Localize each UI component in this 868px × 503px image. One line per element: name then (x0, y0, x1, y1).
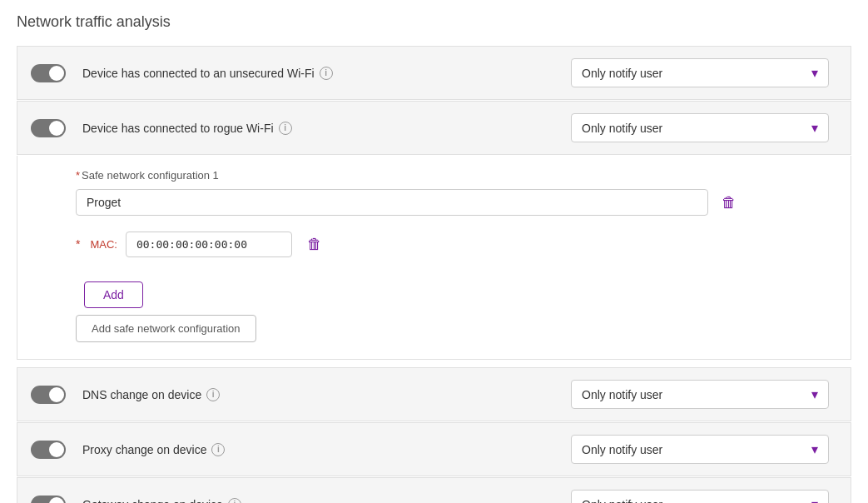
unsecured-wifi-row: Device has connected to an unsecured Wi-… (17, 46, 851, 100)
mac-input[interactable] (126, 232, 292, 257)
mac-label: MAC: (90, 238, 117, 251)
required-star: * (76, 169, 80, 182)
network-name-row: 🗑 (76, 188, 834, 217)
dns-change-info-icon[interactable]: i (206, 388, 220, 401)
gateway-change-row: Gateway change on device i Only notify u… (17, 477, 851, 503)
proxy-change-row: Proxy change on device i Only notify use… (17, 422, 851, 476)
trash-icon: 🗑 (307, 236, 322, 253)
proxy-change-label: Proxy change on device i (82, 443, 225, 456)
rogue-wifi-info-icon[interactable]: i (279, 122, 292, 135)
mac-row: * MAC: 🗑 (76, 230, 834, 258)
network-name-input[interactable] (76, 189, 708, 216)
gateway-change-info-icon[interactable]: i (228, 498, 241, 504)
rogue-wifi-label: Device has connected to rogue Wi-Fi i (82, 122, 292, 135)
unsecured-wifi-dropdown[interactable]: Only notify user ▾ (571, 58, 829, 87)
proxy-change-info-icon[interactable]: i (211, 443, 225, 456)
dns-change-row: DNS change on device i Only notify user … (17, 367, 851, 421)
chevron-down-icon: ▾ (811, 386, 818, 402)
proxy-change-toggle[interactable] (31, 441, 66, 459)
mac-required-star: * (76, 237, 80, 251)
unsecured-wifi-label: Device has connected to an unsecured Wi-… (82, 67, 333, 80)
proxy-change-dropdown[interactable]: Only notify user ▾ (571, 435, 829, 464)
chevron-down-icon: ▾ (811, 65, 818, 81)
unsecured-wifi-toggle[interactable] (31, 64, 66, 82)
add-mac-button[interactable]: Add (84, 281, 143, 308)
gateway-change-label: Gateway change on device i (82, 498, 241, 504)
delete-mac-button[interactable]: 🗑 (300, 230, 329, 258)
add-safe-network-button[interactable]: Add safe network configuration (76, 315, 256, 342)
gateway-change-dropdown[interactable]: Only notify user ▾ (571, 490, 829, 503)
expanded-rogue-wifi-section: *Safe network configuration 1 🗑 * MAC: 🗑… (17, 156, 851, 360)
gateway-change-toggle[interactable] (31, 496, 66, 504)
trash-icon: 🗑 (722, 194, 737, 212)
delete-network-button[interactable]: 🗑 (715, 188, 743, 217)
dns-change-label: DNS change on device i (82, 388, 220, 401)
mac-section: * MAC: 🗑 (76, 230, 834, 258)
rogue-wifi-row: Device has connected to rogue Wi-Fi i On… (17, 101, 851, 155)
dns-change-toggle[interactable] (31, 386, 66, 404)
safe-network-config-label: *Safe network configuration 1 (76, 169, 834, 182)
chevron-down-icon: ▾ (811, 120, 818, 136)
chevron-down-icon: ▾ (811, 496, 818, 503)
page-title: Network traffic analysis (17, 13, 851, 31)
unsecured-wifi-info-icon[interactable]: i (320, 67, 333, 80)
rogue-wifi-toggle[interactable] (31, 119, 66, 137)
dns-change-dropdown[interactable]: Only notify user ▾ (571, 380, 829, 409)
rogue-wifi-dropdown[interactable]: Only notify user ▾ (571, 113, 829, 142)
chevron-down-icon: ▾ (811, 441, 818, 457)
